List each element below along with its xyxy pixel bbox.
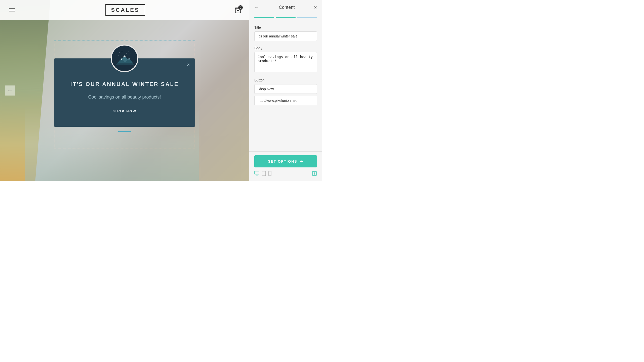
popup-modal: × IT'S OUR ANNUAL WINTER SALE Cool savin… xyxy=(54,58,195,127)
logo-box: SCALES xyxy=(105,4,145,16)
logo-text: SCALES xyxy=(111,7,139,13)
cart-count: 0 xyxy=(238,5,243,10)
publish-icon[interactable] xyxy=(312,171,317,177)
body-field-label: Body xyxy=(254,46,317,50)
progress-tab-2[interactable] xyxy=(276,17,296,18)
body-textarea[interactable]: Cool savings on all beauty products! xyxy=(254,52,317,72)
desktop-device-icon[interactable] xyxy=(254,171,259,177)
hamburger-menu[interactable] xyxy=(8,7,16,13)
button-field-label: Button xyxy=(254,78,317,82)
svg-point-21 xyxy=(270,175,270,175)
button-field-group: Button xyxy=(254,78,317,105)
right-panel: ← Content × Title Body Cool savings on a… xyxy=(249,0,322,181)
button-text-input[interactable] xyxy=(254,84,317,94)
device-icons-left xyxy=(254,171,271,177)
svg-point-4 xyxy=(131,54,131,54)
panel-title: Content xyxy=(279,5,295,10)
svg-point-3 xyxy=(128,52,129,52)
mountain-icon xyxy=(114,48,135,68)
mobile-device-icon[interactable] xyxy=(268,171,271,177)
popup-logo-circle xyxy=(111,44,138,72)
resize-handle[interactable] xyxy=(118,131,131,132)
progress-tab-3[interactable] xyxy=(297,17,317,18)
svg-point-19 xyxy=(264,175,264,175)
popup-close-btn[interactable]: × xyxy=(187,62,190,68)
nav-arrow-left[interactable]: ← xyxy=(5,85,15,96)
svg-point-5 xyxy=(122,51,122,52)
popup-cta-button[interactable]: SHOP NOW xyxy=(112,109,137,114)
popup-title: IT'S OUR ANNUAL WINTER SALE xyxy=(64,81,185,87)
panel-close-button[interactable]: × xyxy=(314,5,317,10)
title-field-label: Title xyxy=(254,25,317,29)
svg-point-6 xyxy=(126,53,127,53)
device-icons-row xyxy=(254,171,317,177)
panel-footer: SET OPTIONS ➔ xyxy=(249,151,322,181)
button-url-input[interactable] xyxy=(254,96,317,105)
panel-header: ← Content × xyxy=(249,0,322,15)
body-field-group: Body Cool savings on all beauty products… xyxy=(254,46,317,73)
svg-point-2 xyxy=(119,53,120,53)
arrow-right-icon: ➔ xyxy=(300,159,303,163)
svg-rect-15 xyxy=(255,171,259,174)
panel-back-button[interactable]: ← xyxy=(254,5,259,10)
title-input[interactable] xyxy=(254,31,317,41)
popup-body: Cool savings on all beauty products! xyxy=(64,94,185,101)
progress-tabs xyxy=(249,15,322,20)
cart-area[interactable]: 0 xyxy=(234,7,242,14)
svg-rect-14 xyxy=(114,63,135,68)
tablet-device-icon[interactable] xyxy=(262,171,266,177)
progress-tab-1[interactable] xyxy=(254,17,274,18)
set-options-button[interactable]: SET OPTIONS ➔ xyxy=(254,155,317,167)
panel-content: Title Body Cool savings on all beauty pr… xyxy=(249,20,322,151)
svg-point-7 xyxy=(118,55,118,56)
title-field-group: Title xyxy=(254,25,317,41)
main-canvas: SCALES 0 ← xyxy=(0,0,249,181)
site-header: SCALES 0 xyxy=(0,0,249,20)
